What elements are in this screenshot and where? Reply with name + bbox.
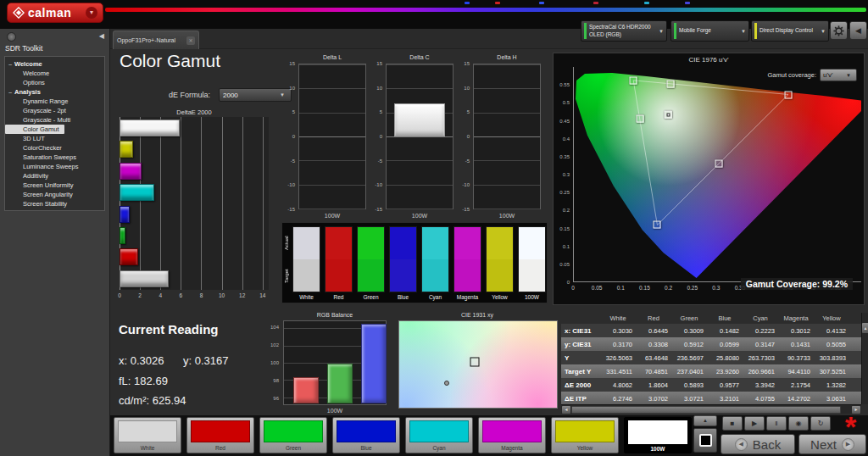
sidebar-item-options[interactable]: Options [5,78,104,87]
sidebar-item-colorchecker[interactable]: ColorChecker [5,143,104,153]
axis-tick-label: 0.3 [563,172,570,177]
sidebar-item-welcome[interactable]: Welcome [5,69,104,78]
table-vertical-scrollbar[interactable]: ▲ [861,313,868,404]
display-control-dropdown[interactable]: Direct Display Control ▾ [751,20,829,42]
play-icon: ▶ [752,420,757,427]
axis-tick-label: 0 [292,134,295,139]
table-cell: 331.4511 [600,368,636,375]
settings-button[interactable] [830,21,848,40]
axis-tick-label: 0.1 [563,244,570,249]
sidebar-item-screen-angularity[interactable]: Screen Angularity [5,190,104,199]
scroll-up-icon[interactable]: ▲ [862,323,868,333]
scrollbar-thumb[interactable] [571,406,841,414]
sidebar-item-grayscale-multi[interactable]: Grayscale - Multi [5,115,104,125]
collapse-panel-button[interactable]: ◀ [849,21,867,40]
sidebar-item-spectral-power-dist[interactable]: Spectral Power Dist. [5,209,104,211]
chevron-down-icon: ▾ [738,28,748,35]
logo-menu-caret-icon[interactable]: ▾ [86,7,97,19]
sidebar-item-3d-lut[interactable]: 3D LUT [5,134,104,143]
axis-tick-label: 8 [200,292,203,298]
swatch-target [519,259,545,292]
calman-logo[interactable]: calman ▾ [7,3,103,23]
sidebar-item-saturation-sweeps[interactable]: Saturation Sweeps [5,153,104,162]
pattern-button-cyan[interactable]: Cyan [405,417,473,453]
tab-session[interactable]: OppoF31Pro+-Natural ✕ [113,31,199,49]
sidebar-item-color-gamut[interactable]: Color Gamut [5,125,64,134]
swatch-100w [518,226,546,292]
pattern-button-yellow[interactable]: Yellow [551,417,619,453]
tab-label: OppoF31Pro+-Natural [117,37,175,43]
sidebar-item-dynamic-range[interactable]: Dynamic Range [5,97,104,106]
source-dropdown[interactable]: Mobile Forge ▾ [670,20,749,42]
sidebar-item-luminance-sweeps[interactable]: Luminance Sweeps [5,162,104,171]
table-cell: 0.3009 [671,327,707,335]
cie1976-title: CIE 1976 u'v' [554,56,864,64]
play-button[interactable]: ▶ [744,416,765,431]
axis-tick-label: 14 [259,292,265,298]
pause-button[interactable]: ‖ [766,416,787,431]
rgb-balance-y-axis: 1041021009896 [258,320,281,405]
sidebar-menu-button[interactable] [7,32,16,42]
cie1931-plot [398,320,558,409]
table-cell: 236.5697 [671,354,707,362]
sidebar-collapse-icon[interactable]: ◀ [99,32,104,40]
pattern-button-white[interactable]: White [114,417,181,453]
swatch-target [390,259,416,292]
gridline [387,209,453,209]
pattern-button-magenta[interactable]: Magenta [478,417,546,453]
table-cell: 0.1431 [778,341,814,348]
read-button[interactable]: ◉ [788,416,809,431]
delta-h-plot [473,64,541,209]
table-cell: 0.3170 [600,341,636,348]
gamut-coverage-select[interactable]: u'v' ▾ [820,69,857,81]
panel-up-button[interactable]: ▲ [693,415,717,426]
table-cell: 1.8604 [636,381,671,389]
pattern-label: Blue [333,445,399,451]
current-reading-title: Current Reading [119,322,219,336]
meter-dropdown[interactable]: SpectraCal C6 HDR2000 OLED (RGB) ▾ [581,20,667,42]
deltae-chart-plot [120,117,269,290]
pattern-button-blue[interactable]: Blue [332,417,400,453]
table-cell: 6. [849,395,861,403]
actual-row-label: Actual [284,226,291,259]
table-cell: 62 [849,354,861,362]
sidebar-item-screen-uniformity[interactable]: Screen Uniformity [5,181,104,190]
swatch-actual [293,227,320,259]
reading-fl-label: fL: [119,375,131,387]
pattern-label: Magenta [479,445,545,451]
table-cell: 23.9260 [707,368,743,375]
back-button[interactable]: ◀ Back [721,434,795,454]
logo-text: calman [28,6,71,19]
gridline [299,185,365,186]
table-cell: 260.9661 [743,368,778,375]
refresh-button[interactable]: ↻ [810,416,831,431]
scroll-left-icon[interactable]: ◄ [562,406,570,414]
table-cell: 94.4110 [778,368,814,375]
next-label: Next [810,437,837,452]
sidebar-item-grayscale-2pt[interactable]: Grayscale - 2pt [5,106,104,115]
pattern-button-100w[interactable]: 100W [624,417,692,453]
axis-tick-label: 5 [467,109,470,114]
pattern-button-red[interactable]: Red [186,417,254,453]
axis-tick-label: 0.4 [563,136,570,142]
table-cell: 90.3733 [778,354,814,362]
reading-cd: cd/m²: 625.94 [119,394,186,407]
sidebar-item-additivity[interactable]: Additivity [5,171,104,181]
sidebar-item-screen-stability[interactable]: Screen Stability [5,199,104,209]
stop-button[interactable]: ■ [722,416,743,431]
swatch-target [326,259,352,292]
tab-close-icon[interactable]: ✕ [186,36,195,45]
gridline [160,117,161,290]
reading-y-label: y: [183,354,192,367]
sidebar-group-analysis[interactable]: Analysis [5,87,104,97]
axis-tick-label: 98 [273,378,279,383]
swatch-yellow [486,226,514,292]
reading-cd-label: cd/m²: [119,394,149,407]
sidebar-group-welcome[interactable]: Welcome [5,59,104,69]
chevron-down-icon: ▾ [818,28,828,35]
pattern-button-green[interactable]: Green [259,417,327,453]
pattern-window-button[interactable] [693,428,717,453]
table-horizontal-scrollbar[interactable]: ◄ ► [561,404,861,414]
rgb-balance-x-label: 100W [283,408,387,414]
chevron-down-icon: ▾ [656,28,666,35]
